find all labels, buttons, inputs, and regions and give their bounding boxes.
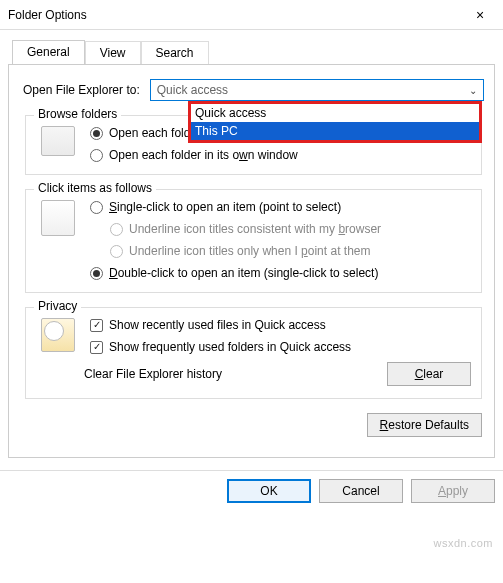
click-items-underline-point: Underline icon titles only when I point … — [110, 244, 471, 258]
privacy-show-frequent-folders[interactable]: Show frequently used folders in Quick ac… — [90, 340, 471, 354]
close-icon[interactable]: × — [457, 0, 503, 30]
checkbox-icon — [90, 341, 103, 354]
cancel-button[interactable]: Cancel — [319, 479, 403, 503]
tab-general[interactable]: General — [12, 40, 85, 64]
browse-folders-option-own-window[interactable]: Open each folder in its own window — [90, 148, 471, 162]
privacy-icon — [41, 318, 75, 352]
click-items-underline-browser: Underline icon titles consistent with my… — [110, 222, 471, 236]
chevron-down-icon: ⌄ — [469, 85, 477, 96]
open-file-explorer-label: Open File Explorer to: — [23, 83, 140, 97]
browse-folders-legend: Browse folders — [34, 107, 121, 121]
apply-button[interactable]: Apply — [411, 479, 495, 503]
ok-button[interactable]: OK — [227, 479, 311, 503]
click-items-legend: Click items as follows — [34, 181, 156, 195]
tab-panel-general: Open File Explorer to: Quick access ⌄ Qu… — [8, 64, 495, 458]
option-label: Show recently used files in Quick access — [109, 318, 326, 332]
cursor-doc-icon — [41, 200, 75, 236]
tab-view[interactable]: View — [85, 41, 141, 65]
radio-icon — [90, 267, 103, 280]
checkbox-icon — [90, 319, 103, 332]
open-file-explorer-row: Open File Explorer to: Quick access ⌄ Qu… — [23, 79, 484, 101]
privacy-group: Privacy Show recently used files in Quic… — [25, 307, 482, 399]
click-items-single-click[interactable]: Single-click to open an item (point to s… — [90, 200, 471, 214]
option-label: Underline icon titles only when I point … — [129, 244, 370, 258]
restore-defaults-button[interactable]: Restore Defaults — [367, 413, 482, 437]
privacy-show-recent-files[interactable]: Show recently used files in Quick access — [90, 318, 471, 332]
radio-icon — [90, 149, 103, 162]
radio-icon — [110, 223, 123, 236]
window-title: Folder Options — [0, 8, 87, 22]
clear-history-label: Clear File Explorer history — [84, 367, 222, 381]
titlebar: Folder Options × — [0, 0, 503, 30]
option-label: Show frequently used folders in Quick ac… — [109, 340, 351, 354]
open-file-explorer-dropdown: Quick access This PC — [188, 101, 482, 143]
dialog-footer: OK Cancel Apply — [0, 470, 503, 511]
radio-icon — [90, 201, 103, 214]
tab-search[interactable]: Search — [141, 41, 209, 65]
open-file-explorer-select[interactable]: Quick access ⌄ — [150, 79, 484, 101]
folder-icon — [41, 126, 75, 156]
option-label: Open each folder in its own window — [109, 148, 298, 162]
open-file-explorer-selected: Quick access — [157, 83, 228, 97]
option-label: Underline icon titles consistent with my… — [129, 222, 381, 236]
tabstrip: General View Search — [12, 40, 503, 64]
dropdown-option-this-pc[interactable]: This PC — [191, 122, 479, 140]
click-items-double-click[interactable]: Double-click to open an item (single-cli… — [90, 266, 471, 280]
dropdown-option-quick-access[interactable]: Quick access — [191, 104, 479, 122]
clear-button[interactable]: Clear — [387, 362, 471, 386]
option-label: Single-click to open an item (point to s… — [109, 200, 341, 214]
click-items-group: Click items as follows Single-click to o… — [25, 189, 482, 293]
radio-icon — [110, 245, 123, 258]
watermark: wsxdn.com — [433, 537, 493, 549]
radio-icon — [90, 127, 103, 140]
option-label: Double-click to open an item (single-cli… — [109, 266, 378, 280]
privacy-legend: Privacy — [34, 299, 81, 313]
